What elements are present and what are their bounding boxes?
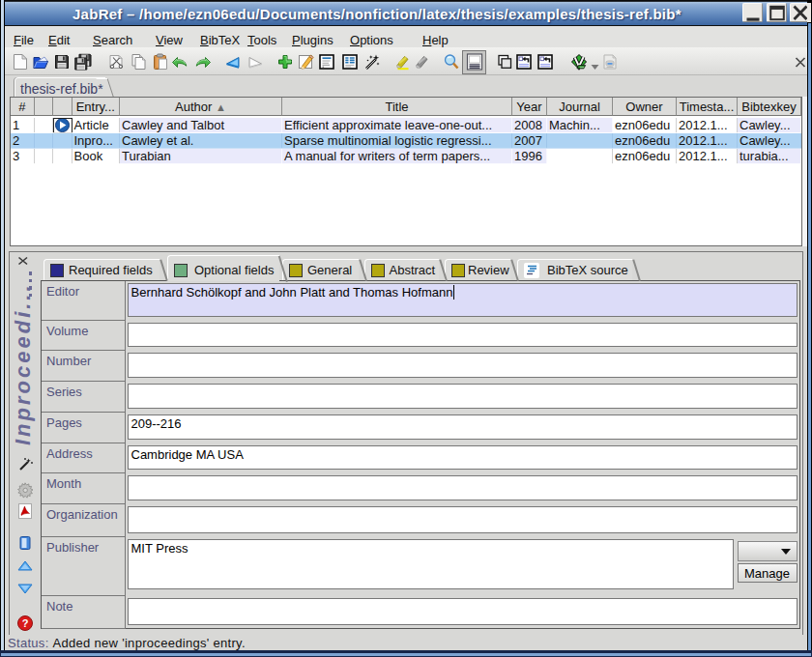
svg-text:?: ? — [21, 617, 28, 629]
